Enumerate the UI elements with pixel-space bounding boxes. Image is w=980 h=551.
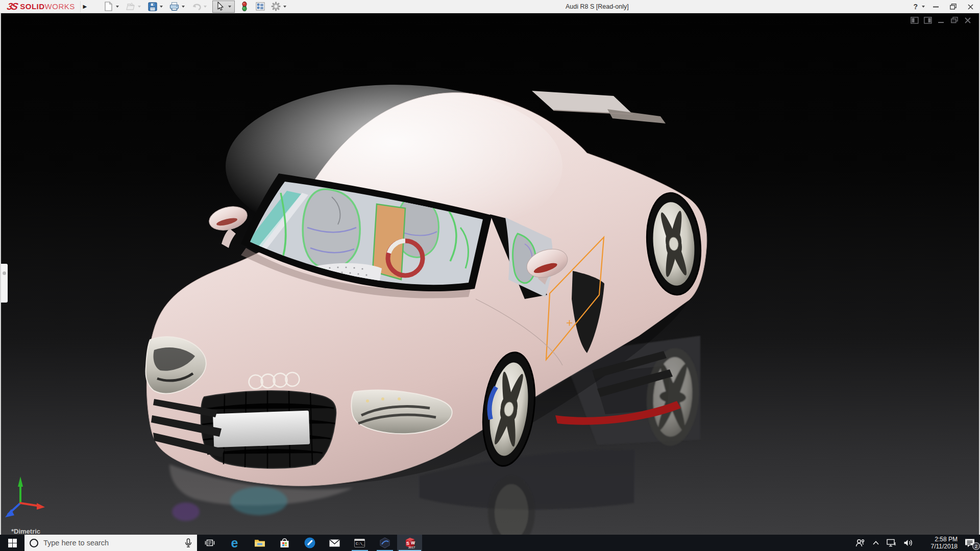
brand-solid-text: SOLID [20, 2, 44, 11]
options-button[interactable] [270, 1, 282, 13]
edge-icon: e [231, 537, 238, 549]
people-button[interactable] [851, 535, 869, 551]
window-title: Audi R8 S [Read-only] [566, 0, 629, 13]
volume-button[interactable] [899, 535, 917, 551]
undo-arrow-icon [191, 3, 202, 11]
start-button[interactable] [0, 535, 24, 551]
quick-access-toolbar [103, 0, 292, 13]
windows-taskbar: e [0, 535, 980, 551]
svg-text:C:\_: C:\_ [356, 542, 365, 546]
view-orientation-label: *Dimetric [11, 528, 40, 535]
select-cursor-icon [216, 2, 224, 11]
minimize-button[interactable] [929, 1, 942, 12]
taskbar-search[interactable] [24, 535, 197, 551]
reference-triad [5, 477, 45, 517]
mail-icon [329, 539, 340, 547]
tab-handle-dot [3, 271, 6, 275]
car-model-render[interactable] [1, 13, 979, 535]
clock-date: 7/11/2018 [931, 543, 958, 550]
speaker-icon [903, 539, 913, 547]
edrawings-icon [379, 537, 390, 548]
3ds-logo-icon: 3S [6, 1, 18, 12]
featuremanager-collapsed-tab[interactable] [1, 264, 8, 303]
display-pane-icon[interactable] [923, 16, 932, 24]
command-prompt-icon: C:\_ [354, 539, 365, 547]
system-tray: 2:58 PM 7/11/2018 2 [851, 535, 980, 551]
doc-minimize-button[interactable] [937, 16, 945, 24]
search-input[interactable] [43, 539, 180, 547]
cortana-icon [30, 539, 38, 547]
microphone-icon[interactable] [185, 538, 192, 548]
people-icon [855, 539, 865, 547]
store-icon [280, 538, 289, 548]
svg-text:W: W [411, 540, 415, 545]
windows-logo-icon [8, 539, 17, 547]
help-button[interactable]: ? [913, 3, 918, 11]
task-view-button[interactable] [197, 535, 222, 551]
minimize-icon [933, 6, 939, 8]
solidworks-app-icon: S W 2017 [404, 537, 416, 549]
restore-icon [950, 4, 957, 10]
doc-restore-button[interactable] [950, 16, 959, 24]
rebuild-button[interactable] [238, 1, 251, 13]
license-plate [213, 411, 310, 448]
graphics-area[interactable]: *Dimetric [0, 13, 980, 535]
window-controls: ? [913, 0, 977, 13]
taskbar-app-file-explorer[interactable] [247, 535, 272, 551]
action-center-button[interactable]: 2 [960, 535, 980, 551]
save-dropdown[interactable] [160, 6, 163, 8]
svg-text:S: S [406, 541, 409, 546]
solidworks-window: 3S SOLIDWORKS ▶ [0, 0, 980, 551]
restore-button[interactable] [946, 1, 960, 12]
task-view-icon [205, 539, 215, 547]
clock-time: 2:58 PM [935, 536, 958, 543]
svg-text:2017: 2017 [408, 546, 415, 549]
file-properties-icon [256, 2, 265, 11]
print-button[interactable] [168, 1, 181, 13]
rebuild-traffic-light-icon [241, 1, 248, 12]
taskbar-app-mail[interactable] [322, 535, 347, 551]
undo-dropdown[interactable] [204, 6, 207, 8]
save-button[interactable] [146, 1, 159, 13]
titlebar: 3S SOLIDWORKS ▶ [0, 0, 980, 13]
help-dropdown[interactable] [922, 6, 925, 8]
doc-close-button[interactable] [963, 16, 972, 24]
open-dropdown[interactable] [138, 6, 141, 8]
document-window-controls [910, 16, 972, 24]
network-icon [886, 539, 896, 547]
select-tool-group [212, 1, 235, 13]
print-dropdown[interactable] [182, 6, 185, 8]
new-document-dropdown[interactable] [116, 6, 119, 8]
taskbar-app-edge[interactable]: e [222, 535, 247, 551]
taskbar-app-solidworks[interactable]: S W 2017 [397, 535, 422, 551]
solidworks-logo: 3S SOLIDWORKS [0, 0, 80, 13]
taskbar-app-edrawings[interactable] [372, 535, 397, 551]
chevron-up-icon [873, 541, 879, 545]
hidden-icons-button[interactable] [869, 535, 883, 551]
taskbar-app-utility[interactable] [297, 535, 322, 551]
menu-flyout-arrow[interactable]: ▶ [80, 1, 89, 12]
brand-works-text: WORKS [45, 2, 75, 11]
taskbar-clock[interactable]: 2:58 PM 7/11/2018 [917, 535, 960, 551]
undo-button[interactable] [190, 1, 203, 13]
network-button[interactable] [883, 535, 899, 551]
select-tool-button[interactable] [214, 1, 226, 13]
engine-cover [532, 91, 666, 123]
taskbar-app-store[interactable] [272, 535, 297, 551]
wrench-utility-icon [304, 537, 315, 548]
close-button[interactable] [964, 1, 977, 12]
featuremanager-pane-icon[interactable] [910, 16, 919, 24]
notification-badge: 2 [972, 542, 980, 550]
close-icon [968, 4, 973, 10]
file-properties-button[interactable] [254, 1, 266, 13]
print-icon [169, 2, 179, 11]
options-gear-icon [271, 2, 281, 11]
save-floppy-icon [148, 2, 157, 11]
open-button[interactable] [125, 1, 137, 13]
select-tool-dropdown[interactable] [228, 6, 231, 8]
new-document-button[interactable] [103, 1, 115, 13]
new-document-icon [104, 2, 113, 11]
file-explorer-icon [254, 538, 265, 547]
taskbar-app-command-prompt[interactable]: C:\_ [347, 535, 372, 551]
options-dropdown[interactable] [283, 6, 286, 8]
